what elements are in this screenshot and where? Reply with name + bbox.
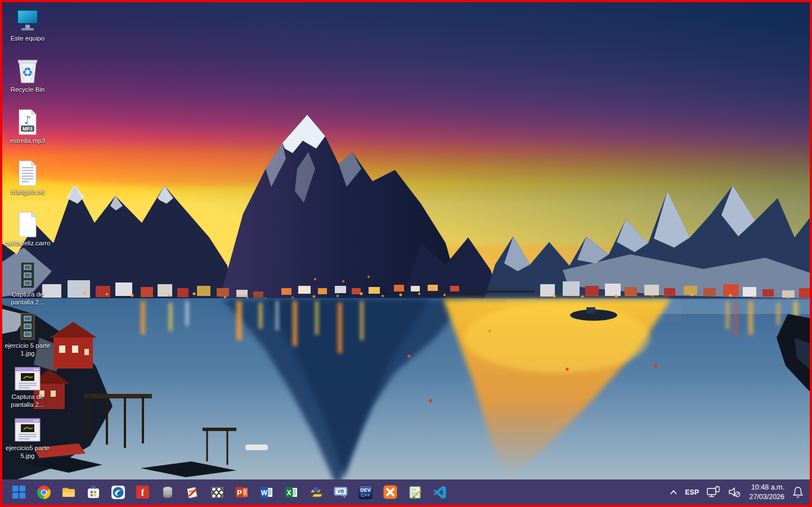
desktop-icon-this-pc[interactable]: Este equipo <box>1 5 54 56</box>
microsoft-store-button[interactable] <box>86 484 101 500</box>
keyboard-pattern-app-button[interactable] <box>209 484 225 500</box>
paper-pencil-app-button[interactable] <box>185 484 200 500</box>
svg-text:MP3: MP3 <box>23 126 33 132</box>
svg-text:W: W <box>261 489 267 497</box>
icon-label: triangulo.txt <box>11 188 44 196</box>
powerpoint-button[interactable]: P <box>234 484 249 500</box>
desktop-icon-ejercicio5-parte1[interactable]: ejercicio 5 parte 1.jpg <box>1 312 54 363</box>
icon-label: Este equipo <box>11 34 45 42</box>
visual-basic-button[interactable]: VB <box>333 484 348 500</box>
clock-date: 27/03/2026 <box>749 492 784 502</box>
dfd-flowchart-button[interactable] <box>308 484 324 500</box>
svg-text:DEV: DEV <box>360 487 371 493</box>
xampp-button[interactable] <box>383 484 398 500</box>
svg-text:♪: ♪ <box>24 113 32 127</box>
icon-label: ejercicio5 parte 5.jpg <box>2 444 53 460</box>
mp3-file-icon: ♪ MP3 <box>17 107 38 135</box>
notepad-pencil-app-button[interactable] <box>407 484 423 500</box>
svg-text:f: f <box>141 487 145 498</box>
icon-label: Captura de pantalla 2... <box>2 290 53 306</box>
svg-text:VB: VB <box>338 488 344 494</box>
desktop-icon-ejercicio5-parte5[interactable]: ejercicio5 parte 5.jpg <box>1 414 54 465</box>
taskbar-pinned-apps: f <box>11 484 447 500</box>
desktop-icon-captura-2[interactable]: Captura de pantalla 2... <box>1 363 54 414</box>
chrome-button[interactable] <box>36 484 51 500</box>
icon-label: estrella.mp3 <box>10 137 46 145</box>
notifications-bell-icon[interactable] <box>792 486 804 499</box>
taskbar: f <box>2 479 810 505</box>
clock[interactable]: 10:48 a.m. 27/03/2026 <box>749 483 784 502</box>
icon-label: Captura de pantalla 2... <box>2 393 53 409</box>
desktop-icon-captura-1[interactable]: Captura de pantalla 2... <box>1 261 54 312</box>
desktop-icon-column: Este equipo ♻ Recycle Bin ♪ <box>1 5 54 465</box>
excel-button[interactable]: X <box>284 484 299 500</box>
network-icon[interactable] <box>706 486 721 499</box>
desktop-screen: Este equipo ♻ Recycle Bin ♪ <box>0 0 812 507</box>
icon-label: ejercicio 5 parte 1.jpg <box>2 342 53 357</box>
screenshot-thumbnail-window-icon <box>14 363 41 391</box>
wallpaper-image <box>0 0 812 507</box>
svg-text:C++: C++ <box>361 492 370 498</box>
svg-text:P: P <box>237 488 242 497</box>
blue-circle-app-button[interactable] <box>110 484 125 500</box>
language-indicator[interactable]: ESP <box>685 488 699 496</box>
database-app-button[interactable] <box>160 484 175 500</box>
generic-file-icon <box>17 209 38 237</box>
desktop-icon-carro-file[interactable]: carita feliz.carro <box>1 209 54 261</box>
screenshot-thumbnail-window-icon <box>14 414 41 442</box>
system-tray: ESP 10:48 a.m. <box>669 483 810 502</box>
file-explorer-button[interactable] <box>61 484 76 500</box>
text-file-icon <box>17 158 38 186</box>
svg-text:X: X <box>286 489 291 497</box>
icon-label: carita feliz.carro <box>5 239 50 247</box>
start-button[interactable] <box>11 484 26 500</box>
vscode-button[interactable] <box>432 484 447 500</box>
screenshot-thumbnail-strip-icon <box>19 261 36 289</box>
red-f-app-button[interactable]: f <box>135 484 150 500</box>
icon-label: Recycle Bin <box>11 86 45 93</box>
this-pc-icon <box>15 5 41 33</box>
screenshot-thumbnail-strip-icon <box>19 312 36 340</box>
dev-cpp-button[interactable]: DEV C++ <box>358 484 373 500</box>
clock-time: 10:48 a.m. <box>749 483 784 492</box>
svg-text:♻: ♻ <box>22 65 33 79</box>
recycle-bin-icon: ♻ <box>16 56 39 84</box>
desktop-icon-txt[interactable]: triangulo.txt <box>1 158 54 209</box>
volume-muted-icon[interactable] <box>728 486 742 499</box>
tray-expand-chevron-icon[interactable] <box>669 489 678 496</box>
desktop-icon-mp3[interactable]: ♪ MP3 estrella.mp3 <box>1 107 54 158</box>
word-button[interactable]: W <box>259 484 274 500</box>
desktop-icon-recycle-bin[interactable]: ♻ Recycle Bin <box>1 56 54 107</box>
